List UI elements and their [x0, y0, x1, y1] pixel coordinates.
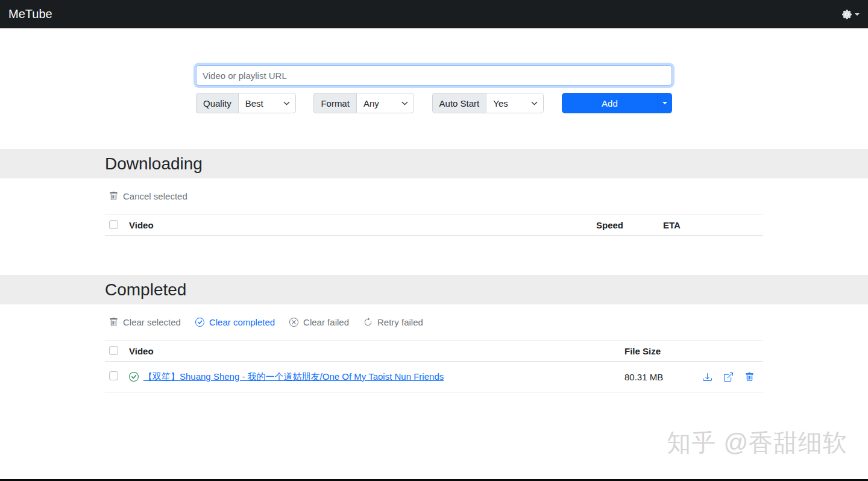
autostart-select[interactable]: Yes: [486, 93, 544, 113]
downloading-table-header: Video Speed ETA: [105, 215, 763, 236]
table-row: 【双笙】Shuang Sheng - 我的一个道姑朋友/One Of My Ta…: [105, 362, 763, 392]
download-options-row: Quality Best Format Any Auto: [196, 93, 672, 113]
downloading-section: Downloading Cancel selected Video Speed …: [0, 149, 868, 236]
cancel-selected-button[interactable]: Cancel selected: [109, 191, 187, 201]
navbar: MeTube: [0, 0, 868, 28]
column-speed: Speed: [596, 220, 663, 230]
select-all-checkbox[interactable]: [109, 346, 118, 355]
autostart-group: Auto Start Yes: [432, 93, 544, 113]
add-button[interactable]: Add: [562, 93, 658, 113]
add-download-form: Quality Best Format Any Auto: [196, 65, 672, 113]
trash-icon[interactable]: [745, 373, 754, 382]
completed-actions: Clear selected Clear completed Clear fai…: [105, 317, 763, 327]
video-link[interactable]: 【双笙】Shuang Sheng - 我的一个道姑朋友/One Of My Ta…: [143, 371, 444, 383]
clear-completed-button[interactable]: Clear completed: [195, 317, 275, 327]
row-checkbox[interactable]: [109, 371, 118, 380]
retry-icon: [363, 318, 373, 327]
url-input[interactable]: [196, 65, 672, 86]
quality-label: Quality: [196, 93, 238, 113]
trash-icon: [109, 318, 118, 327]
column-filesize: File Size: [624, 346, 687, 356]
chevron-down-icon: [401, 100, 408, 107]
downloading-header-band: Downloading: [0, 149, 868, 178]
column-eta: ETA: [663, 220, 763, 230]
watermark: 知乎 @香甜细软: [667, 426, 848, 459]
caret-down-icon: [855, 13, 860, 16]
check-circle-icon: [129, 372, 139, 382]
downloading-table: Video Speed ETA: [105, 215, 763, 236]
format-value: Any: [363, 98, 379, 108]
format-group: Format Any: [313, 93, 414, 113]
gear-icon: [842, 10, 852, 19]
completed-table: Video File Size 【双笙】Shuang Sheng - 我的一个道…: [105, 341, 763, 392]
quality-select[interactable]: Best: [238, 93, 296, 113]
column-video: Video: [129, 220, 596, 230]
x-circle-icon: [289, 318, 298, 327]
column-video: Video: [129, 346, 624, 356]
file-size: 80.31 MB: [624, 372, 687, 382]
quality-value: Best: [245, 98, 263, 108]
add-dropdown-toggle[interactable]: [658, 93, 672, 113]
cancel-selected-label: Cancel selected: [123, 191, 187, 201]
completed-table-header: Video File Size: [105, 341, 763, 362]
completed-section: Completed Clear selected Clear completed: [0, 275, 868, 392]
downloading-actions: Cancel selected: [105, 191, 763, 201]
autostart-label: Auto Start: [432, 93, 486, 113]
app-brand[interactable]: MeTube: [8, 7, 52, 21]
clear-failed-button[interactable]: Clear failed: [289, 317, 349, 327]
clear-completed-label: Clear completed: [209, 317, 275, 327]
caret-down-icon: [662, 102, 667, 104]
completed-title: Completed: [105, 280, 763, 300]
external-link-icon[interactable]: [724, 373, 733, 382]
downloading-title: Downloading: [105, 154, 763, 174]
add-split-button: Add: [562, 93, 672, 113]
chevron-down-icon: [283, 100, 290, 107]
retry-failed-label: Retry failed: [377, 317, 423, 327]
format-select[interactable]: Any: [356, 93, 414, 113]
download-icon[interactable]: [703, 373, 712, 382]
settings-menu-button[interactable]: [842, 10, 860, 19]
format-label: Format: [313, 93, 356, 113]
completed-header-band: Completed: [0, 275, 868, 304]
chevron-down-icon: [531, 100, 538, 107]
metube-app: MeTube Quality Best Format: [0, 0, 868, 392]
clear-selected-button[interactable]: Clear selected: [109, 317, 181, 327]
clear-selected-label: Clear selected: [123, 317, 181, 327]
quality-group: Quality Best: [196, 93, 296, 113]
autostart-value: Yes: [493, 98, 508, 108]
select-all-checkbox[interactable]: [109, 220, 118, 229]
trash-icon: [109, 192, 118, 201]
retry-failed-button[interactable]: Retry failed: [363, 317, 423, 327]
check-circle-icon: [195, 318, 204, 327]
clear-failed-label: Clear failed: [303, 317, 349, 327]
